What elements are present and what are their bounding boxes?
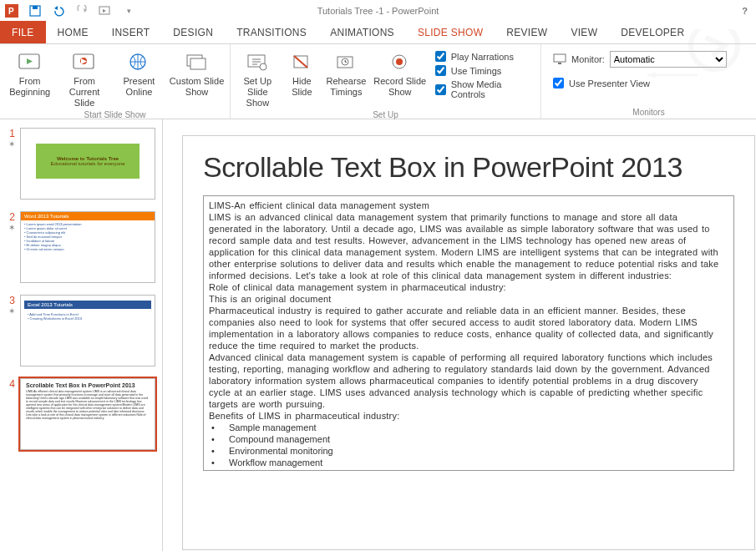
- monitor-label: Monitor:: [571, 54, 605, 64]
- thumb-num-3: 3: [3, 295, 15, 306]
- quick-access-toolbar: P ▾: [0, 4, 135, 18]
- slide-title[interactable]: Scrollable Text Box in PowerPoint 2013: [203, 151, 734, 184]
- group-start-slideshow: FromBeginning FromCurrent Slide PresentO…: [0, 44, 231, 119]
- start-from-beginning-icon[interactable]: [99, 4, 112, 18]
- show-media-label: Show Media Controls: [451, 79, 532, 99]
- play-narrations-check[interactable]: Play Narrations: [435, 51, 532, 62]
- hide-slide-label: HideSlide: [292, 76, 312, 98]
- tab-animations[interactable]: ANIMATIONS: [318, 21, 406, 43]
- thumbnail-4[interactable]: Scrollable Text Box in PowerPoint 2013 L…: [20, 378, 155, 450]
- from-current-button[interactable]: FromCurrent Slide: [59, 48, 109, 109]
- bullet-2: •Environmental monitoring: [209, 445, 722, 457]
- redo-icon[interactable]: [75, 4, 89, 18]
- bullet-3: •Workflow management: [209, 457, 722, 468]
- para-2: Role of clinical data management system …: [209, 281, 722, 293]
- tab-home[interactable]: HOME: [46, 21, 100, 43]
- tab-insert[interactable]: INSERT: [100, 21, 162, 43]
- textbox-content[interactable]: LIMS-An efficient clinical data manageme…: [204, 196, 733, 470]
- setup-checkboxes: Play Narrations Use Timings Show Media C…: [432, 48, 535, 99]
- title-bar: P ▾ Tutorials Tree -1 - PowerPoint ?: [0, 0, 756, 21]
- thumb4-body: LIMS An efficient clinical data manageme…: [21, 390, 155, 420]
- bullet-1: •Compound management: [209, 433, 722, 445]
- custom-show-button[interactable]: Custom SlideShow: [169, 48, 225, 98]
- presenter-view-checkbox[interactable]: [553, 78, 564, 88]
- custom-show-label: Custom SlideShow: [170, 76, 224, 98]
- present-online-icon: [125, 51, 152, 74]
- svg-point-14: [260, 63, 266, 70]
- undo-icon[interactable]: [52, 4, 65, 18]
- record-label: Record SlideShow: [373, 76, 426, 98]
- presenter-view-label: Use Presenter View: [569, 78, 650, 88]
- para-5: Advanced clinical data management system…: [209, 351, 722, 410]
- record-icon: [387, 51, 414, 74]
- group-label-setup: Set Up: [236, 109, 535, 119]
- group-label-monitors: Monitors: [546, 106, 751, 117]
- ribbon: FromBeginning FromCurrent Slide PresentO…: [0, 44, 756, 119]
- qat-customize-icon[interactable]: ▾: [122, 4, 135, 18]
- svg-rect-21: [558, 63, 561, 64]
- hide-slide-button[interactable]: HideSlide: [285, 48, 319, 98]
- play-narrations-checkbox[interactable]: [435, 51, 446, 62]
- animation-star-icon: ✶: [8, 308, 15, 315]
- present-online-label: PresentOnline: [124, 76, 155, 98]
- para-1: LIMS is an advanced clinical data manage…: [209, 211, 722, 281]
- setup-show-button[interactable]: Set UpSlide Show: [236, 48, 280, 109]
- svg-point-19: [396, 58, 403, 65]
- from-current-icon: [71, 51, 98, 74]
- use-timings-check[interactable]: Use Timings: [435, 65, 532, 76]
- tab-view[interactable]: VIEW: [559, 21, 609, 43]
- bullet-4: •Instrument integration to facilitate da…: [209, 468, 722, 470]
- thumbnail-2[interactable]: Word 2013 Tutorials • Lorem ipsum word 2…: [20, 211, 155, 283]
- slide-editor: Scrollable Text Box in PowerPoint 2013 L…: [163, 119, 756, 551]
- from-current-label: FromCurrent Slide: [59, 76, 109, 109]
- thumbnails-panel: 1✶ Welcome to Tutorials TreeEducational …: [0, 119, 163, 551]
- window-title: Tutorials Tree -1 - PowerPoint: [317, 6, 439, 16]
- thumb2-title: Word 2013 Tutorials: [21, 212, 155, 220]
- tab-transitions[interactable]: TRANSITIONS: [225, 21, 318, 43]
- thumbnail-3[interactable]: Excel 2013 Tutorials • Add and Time Func…: [20, 295, 155, 366]
- thumbnail-1[interactable]: Welcome to Tutorials TreeEducational tut…: [20, 128, 155, 200]
- custom-show-icon: [184, 51, 211, 74]
- rehearse-icon: [332, 51, 359, 74]
- tab-review[interactable]: REVIEW: [495, 21, 559, 43]
- scrollable-textbox[interactable]: LIMS-An efficient clinical data manageme…: [203, 195, 734, 471]
- para-4: Pharmaceutical industry is required to g…: [209, 305, 722, 351]
- para-6: Benefits of LIMS in pharmaceutical indus…: [209, 410, 722, 422]
- tab-design[interactable]: DESIGN: [161, 21, 225, 43]
- hide-slide-icon: [288, 51, 315, 74]
- svg-rect-20: [554, 54, 566, 62]
- thumb3-title: Excel 2013 Tutorials: [24, 301, 151, 309]
- record-button[interactable]: Record SlideShow: [373, 48, 427, 98]
- from-beginning-button[interactable]: FromBeginning: [5, 48, 54, 98]
- para-3: This is an original document: [209, 293, 722, 305]
- show-media-check[interactable]: Show Media Controls: [435, 79, 532, 99]
- thumb2-body: • Lorem ipsum word 2013 presentation• Lo…: [21, 220, 155, 253]
- animation-star-icon: ✶: [8, 141, 15, 148]
- workspace: 1✶ Welcome to Tutorials TreeEducational …: [0, 119, 756, 551]
- tab-slideshow[interactable]: SLIDE SHOW: [406, 21, 495, 43]
- animation-star-icon: ✶: [8, 225, 15, 231]
- setup-show-label: Set UpSlide Show: [236, 76, 280, 109]
- save-icon[interactable]: [28, 4, 42, 18]
- tab-file[interactable]: FILE: [0, 21, 46, 43]
- para-0: LIMS-An efficient clinical data manageme…: [209, 200, 722, 211]
- decorative-arrow-icon: [647, 29, 748, 88]
- svg-rect-3: [33, 6, 38, 9]
- help-icon[interactable]: ?: [742, 6, 748, 16]
- monitor-icon: [553, 53, 566, 65]
- rehearse-button[interactable]: RehearseTimings: [324, 48, 368, 98]
- thumb-num-2: 2: [3, 211, 15, 223]
- slide-canvas[interactable]: Scrollable Text Box in PowerPoint 2013 L…: [183, 136, 754, 549]
- svg-text:P: P: [8, 7, 14, 16]
- use-timings-label: Use Timings: [451, 66, 502, 76]
- powerpoint-icon: P: [5, 4, 18, 18]
- svg-point-5: [691, 29, 738, 69]
- show-media-checkbox[interactable]: [435, 84, 446, 95]
- thumb3-body: • Add and Time Functions in Excel• Creat…: [21, 311, 155, 322]
- group-setup: Set UpSlide Show HideSlide RehearseTimin…: [231, 44, 541, 119]
- svg-point-6: [652, 73, 657, 78]
- setup-show-icon: [244, 51, 271, 74]
- svg-rect-12: [190, 58, 205, 69]
- use-timings-checkbox[interactable]: [435, 65, 446, 76]
- present-online-button[interactable]: PresentOnline: [114, 48, 164, 98]
